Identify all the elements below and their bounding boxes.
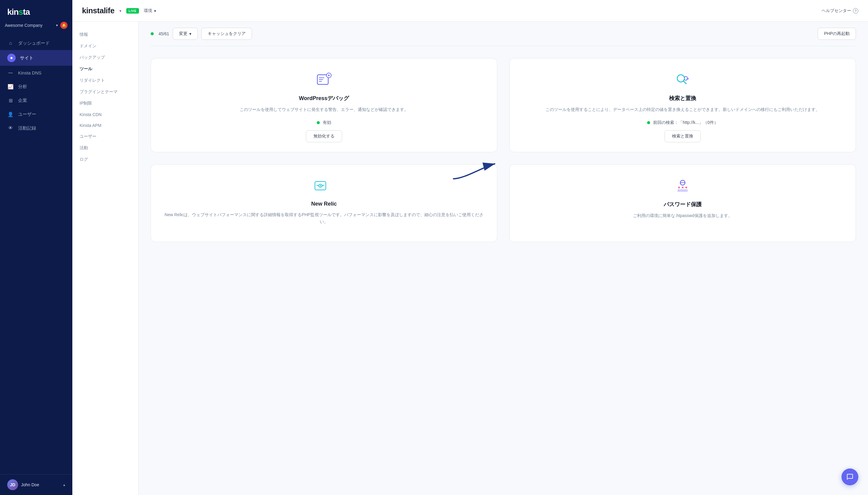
new-relic-desc: New Relicは、ウェブサイトパフォーマンスに関する詳細情報を取得するPHP… (161, 211, 487, 225)
svg-point-18 (685, 187, 687, 188)
svg-point-16 (678, 187, 680, 188)
sub-nav-tools[interactable]: ツール (72, 63, 138, 75)
sub-nav-kinsta-cdn[interactable]: Kinsta CDN (72, 109, 138, 120)
password-protect-desc: ご利用の環境に簡単な.htpasswd保護を追加します。 (633, 212, 732, 219)
sub-nav-domain[interactable]: ドメイン (72, 40, 138, 52)
action-bar: 45/61 変更 ▾ キャッシュをクリア PHPの再起動 (151, 22, 856, 46)
eye-icon: 👁 (7, 125, 14, 132)
svg-line-8 (683, 81, 686, 84)
sidebar-item-kinsta-dns[interactable]: ⁓ Kinsta DNS (0, 66, 72, 80)
building-icon: ⊞ (7, 97, 14, 104)
change-button[interactable]: 変更 ▾ (173, 28, 198, 40)
sidebar-item-label: 活動記録 (18, 125, 36, 131)
tool-card-password-protect: パスワード保護 ご利用の環境に簡単な.htpasswd保護を追加します。 (509, 164, 856, 242)
env-selector[interactable]: 環境 ▾ (144, 8, 156, 14)
tool-card-wp-debug: WordPressデバッグ このツールを使用してウェブサイトに発生する警告、エラ… (151, 58, 497, 152)
home-icon: ⌂ (7, 40, 14, 47)
sub-nav-log[interactable]: ログ (72, 154, 138, 165)
company-chevron-icon: ▾ (56, 23, 58, 28)
sub-nav-plugins[interactable]: プラグインとテーマ (72, 86, 138, 98)
site-chevron-icon[interactable]: ▾ (119, 8, 121, 13)
status-dot (151, 32, 154, 35)
wp-debug-status: 有効 (317, 120, 331, 125)
sidebar-item-label: 企業 (18, 98, 27, 103)
tools-section: WordPressデバッグ このツールを使用してウェブサイトに発生する警告、エラ… (151, 58, 856, 242)
sidebar-item-analytics[interactable]: 📈 分析 (0, 80, 72, 93)
restart-php-button[interactable]: PHPの再起動 (818, 28, 856, 40)
sub-nav-redirect[interactable]: リダイレクト (72, 75, 138, 86)
wp-debug-desc: このツールを使用してウェブサイトに発生する警告、エラー、通知などが確認できます。 (240, 106, 409, 113)
search-replace-desc: このツールを使用することにより、データベース上の特定の値を置き換えることができま… (545, 106, 820, 113)
svg-point-17 (682, 187, 683, 188)
env-chevron-icon: ▾ (154, 8, 156, 13)
sidebar-item-users[interactable]: 👤 ユーザー (0, 107, 72, 121)
site-name: kinstalife (82, 6, 115, 15)
env-label: 環境 (144, 8, 152, 14)
change-chevron-icon: ▾ (189, 31, 191, 36)
wp-debug-title: WordPressデバッグ (299, 95, 349, 102)
avatar: JD (7, 479, 18, 490)
sub-sidebar: 情報 ドメイン バックアップ ツール リダイレクト プラグインとテーマ IP制限… (72, 22, 139, 495)
sub-nav-ip-restrict[interactable]: IP制限 (72, 98, 138, 109)
logo-text: kinsta (7, 7, 65, 17)
help-icon: ? (853, 8, 858, 14)
svg-point-11 (320, 185, 321, 186)
sub-nav-info[interactable]: 情報 (72, 29, 138, 40)
sidebar: kinsta Awesome Company ▾ 🔔 ⌂ ダッシュボード ● サ… (0, 0, 72, 495)
sidebar-item-activity[interactable]: 👁 活動記録 (0, 121, 72, 135)
dns-icon: ⁓ (7, 69, 14, 76)
company-name: Awesome Company (5, 23, 54, 28)
sidebar-item-label: ユーザー (18, 112, 36, 117)
sidebar-item-company[interactable]: ⊞ 企業 (0, 93, 72, 107)
sub-nav-backup[interactable]: バックアップ (72, 52, 138, 63)
wp-debug-icon (314, 70, 334, 90)
topbar: kinstalife ▾ LIVE 環境 ▾ ヘルプセンター ? (72, 0, 868, 22)
sidebar-item-label: ダッシュボード (18, 40, 50, 46)
chart-icon: 📈 (7, 83, 14, 90)
user-icon: 👤 (7, 111, 14, 118)
search-replace-status: 前回の検索：「http://k...」（0件） (647, 120, 718, 125)
password-protect-title: パスワード保護 (664, 201, 701, 208)
new-relic-title: New Relic (311, 201, 337, 207)
svg-line-13 (322, 185, 324, 186)
search-replace-title: 検索と置換 (669, 95, 696, 102)
tools-grid: WordPressデバッグ このツールを使用してウェブサイトに発生する警告、エラ… (151, 58, 856, 242)
user-name: John Doe (21, 482, 60, 487)
new-relic-icon (314, 177, 334, 196)
tool-card-search-replace: 検索と置換 このツールを使用することにより、データベース上の特定の値を置き換える… (509, 58, 856, 152)
sidebar-footer[interactable]: JD John Doe ▴ (0, 474, 72, 495)
page-content: 45/61 変更 ▾ キャッシュをクリア PHPの再起動 (139, 22, 868, 495)
search-replace-icon (673, 70, 692, 90)
sidebar-item-sites[interactable]: ● サイト (0, 50, 72, 66)
globe-icon: ● (7, 54, 16, 62)
status-search-dot (647, 121, 650, 124)
footer-chevron-icon: ▴ (63, 483, 65, 487)
sidebar-logo: kinsta (0, 0, 72, 19)
sub-nav-users[interactable]: ユーザー (72, 131, 138, 142)
status-text: 45/61 (158, 31, 169, 36)
sidebar-company[interactable]: Awesome Company ▾ 🔔 (0, 19, 72, 34)
help-center-label: ヘルプセンター (821, 8, 851, 14)
sub-nav-kinsta-apm[interactable]: Kinsta APM (72, 120, 138, 131)
sidebar-item-label: Kinsta DNS (18, 70, 41, 75)
status-active-dot (317, 121, 320, 124)
disable-button[interactable]: 無効化する (306, 130, 342, 142)
main-content: kinstalife ▾ LIVE 環境 ▾ ヘルプセンター ? 情報 ドメイン… (72, 0, 868, 495)
sidebar-item-label: 分析 (18, 84, 27, 89)
tool-card-new-relic: New Relic New Relicは、ウェブサイトパフォーマンスに関する詳細… (151, 164, 497, 242)
svg-line-12 (316, 185, 318, 186)
chat-button[interactable] (841, 468, 858, 485)
sidebar-item-dashboard[interactable]: ⌂ ダッシュボード (0, 36, 72, 50)
clear-cache-button[interactable]: キャッシュをクリア (201, 28, 252, 40)
search-replace-button[interactable]: 検索と置換 (664, 130, 701, 142)
sidebar-item-label: サイト (20, 55, 33, 61)
live-badge: LIVE (126, 8, 139, 14)
notification-bell[interactable]: 🔔 (60, 22, 68, 29)
sidebar-nav: ⌂ ダッシュボード ● サイト ⁓ Kinsta DNS 📈 分析 ⊞ 企業 👤… (0, 34, 72, 474)
help-center-link[interactable]: ヘルプセンター ? (821, 8, 858, 14)
content-area: 情報 ドメイン バックアップ ツール リダイレクト プラグインとテーマ IP制限… (72, 22, 868, 495)
password-protect-icon (673, 177, 692, 196)
sub-nav-activity[interactable]: 活動 (72, 142, 138, 154)
